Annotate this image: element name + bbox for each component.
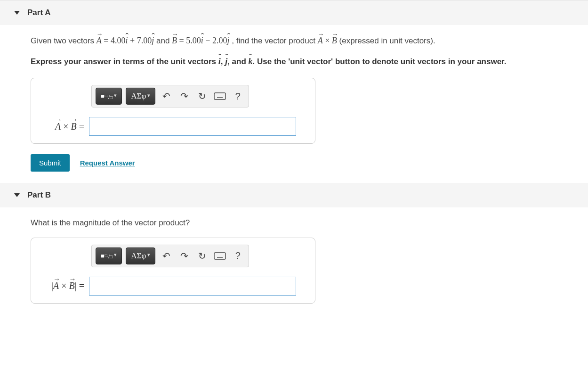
chevron-down-icon	[14, 11, 20, 15]
reset-icon: ↻	[198, 250, 206, 262]
vector-B: B	[172, 34, 177, 47]
equation-row-a: A × B =	[40, 117, 306, 136]
reset-button[interactable]: ↻	[195, 88, 209, 105]
unit-i: i	[201, 34, 203, 47]
templates-button[interactable]: ■□√□▾	[96, 88, 122, 105]
part-b-body: What is the magnitude of the vector prod…	[0, 207, 588, 315]
text: Express your answer in terms of the unit…	[31, 57, 218, 66]
help-button[interactable]: ?	[231, 88, 245, 105]
vector-B: B	[332, 34, 337, 47]
text: = 4.00	[102, 36, 126, 45]
svg-rect-0	[214, 93, 226, 99]
unit-j: j	[225, 56, 227, 67]
redo-button[interactable]: ↷	[177, 88, 191, 105]
unit-k: k	[249, 56, 253, 67]
equation-row-b: |A × B| =	[40, 277, 306, 296]
text: ×	[323, 36, 332, 45]
greek-button[interactable]: ΑΣφ▾	[126, 247, 155, 264]
chevron-down-icon: ▾	[147, 252, 150, 258]
text: , find the vector product	[230, 36, 318, 45]
unit-i: i	[126, 34, 128, 47]
undo-icon: ↶	[162, 91, 170, 102]
equation-toolbar: ■□√□▾ ΑΣφ▾ ↶ ↷ ↻ ?	[91, 245, 249, 267]
reset-button[interactable]: ↻	[195, 247, 209, 264]
keyboard-button[interactable]	[213, 88, 227, 105]
answer-box-a: ■□√□▾ ΑΣφ▾ ↶ ↷ ↻ ?	[31, 78, 315, 144]
text: , and	[227, 57, 248, 66]
part-a-question: Given two vectors A = 4.00i + 7.00j and …	[31, 34, 588, 47]
chevron-down-icon: ▾	[114, 92, 117, 99]
equation-toolbar: ■□√□▾ ΑΣφ▾ ↶ ↷ ↻ ?	[91, 85, 249, 107]
answer-input-a[interactable]	[89, 117, 296, 136]
unit-j: j	[152, 34, 154, 47]
help-icon: ?	[235, 250, 241, 261]
chevron-down-icon	[14, 193, 20, 197]
part-b-title: Part B	[27, 190, 51, 200]
keyboard-icon	[214, 252, 226, 260]
answer-box-b: ■□√□▾ ΑΣφ▾ ↶ ↷ ↻ ?	[31, 238, 315, 304]
greek-button[interactable]: ΑΣφ▾	[126, 88, 155, 105]
help-icon: ?	[235, 91, 241, 102]
template-icon: ■	[101, 252, 105, 260]
vector-A: A	[318, 34, 323, 47]
undo-button[interactable]: ↶	[159, 247, 173, 264]
text: + 7.00	[128, 36, 152, 45]
part-b-question: What is the magnitude of the vector prod…	[31, 217, 588, 229]
vector-A: A	[97, 34, 102, 47]
template-icon: ■	[101, 92, 105, 100]
answer-label-a: A × B =	[40, 121, 84, 132]
actions-a: Submit Request Answer	[31, 154, 588, 172]
text: . Use the 'unit vector' button to denote…	[253, 57, 507, 66]
text: and	[154, 36, 172, 45]
submit-button[interactable]: Submit	[31, 154, 70, 172]
chevron-down-icon: ▾	[114, 252, 117, 258]
unit-j: j	[227, 34, 230, 47]
part-a-title: Part A	[27, 8, 50, 17]
greek-icon: ΑΣφ	[131, 91, 146, 101]
chevron-down-icon: ▾	[147, 92, 150, 99]
part-b-header[interactable]: Part B	[0, 183, 588, 207]
part-a-instruction: Express your answer in terms of the unit…	[31, 56, 588, 67]
text: (expressed in unit vectors).	[337, 36, 435, 45]
answer-label-b: |A × B| =	[40, 280, 84, 291]
answer-input-b[interactable]	[89, 277, 296, 296]
redo-icon: ↷	[180, 250, 188, 262]
keyboard-button[interactable]	[213, 247, 227, 264]
sqrt-icon: □√□	[105, 253, 113, 259]
templates-button[interactable]: ■□√□▾	[96, 247, 122, 264]
text: Given two vectors	[31, 36, 97, 45]
part-a-header[interactable]: Part A	[0, 0, 588, 25]
reset-icon: ↻	[198, 91, 206, 102]
keyboard-icon	[214, 92, 226, 100]
greek-icon: ΑΣφ	[131, 251, 146, 261]
unit-i: i	[218, 56, 221, 67]
text: ,	[221, 57, 225, 66]
sqrt-icon: □√□	[105, 94, 113, 100]
redo-icon: ↷	[180, 91, 188, 102]
help-button[interactable]: ?	[231, 247, 245, 264]
text: − 2.00	[203, 36, 227, 45]
part-a-body: Given two vectors A = 4.00i + 7.00j and …	[0, 25, 588, 183]
redo-button[interactable]: ↷	[177, 247, 191, 264]
undo-button[interactable]: ↶	[159, 88, 173, 105]
svg-rect-7	[214, 253, 226, 259]
text: = 5.00	[177, 36, 201, 45]
request-answer-link[interactable]: Request Answer	[80, 159, 135, 167]
undo-icon: ↶	[162, 250, 170, 262]
